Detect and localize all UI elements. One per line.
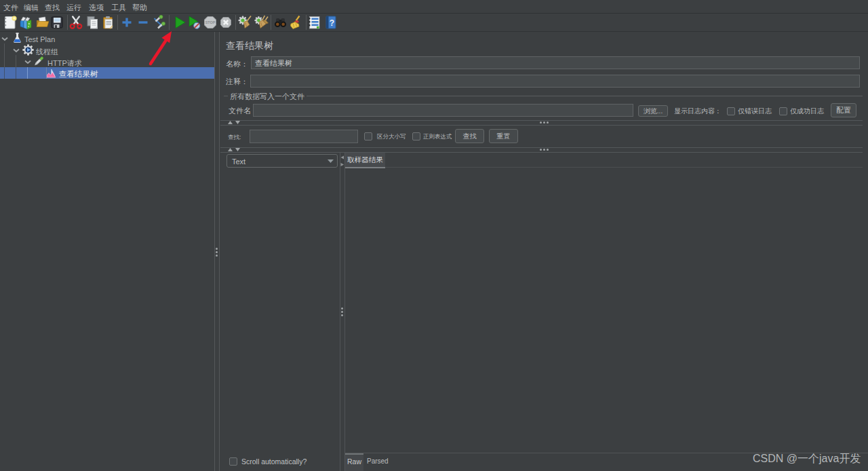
- svg-text:STOP: STOP: [205, 20, 216, 24]
- svg-text:?: ?: [330, 18, 334, 28]
